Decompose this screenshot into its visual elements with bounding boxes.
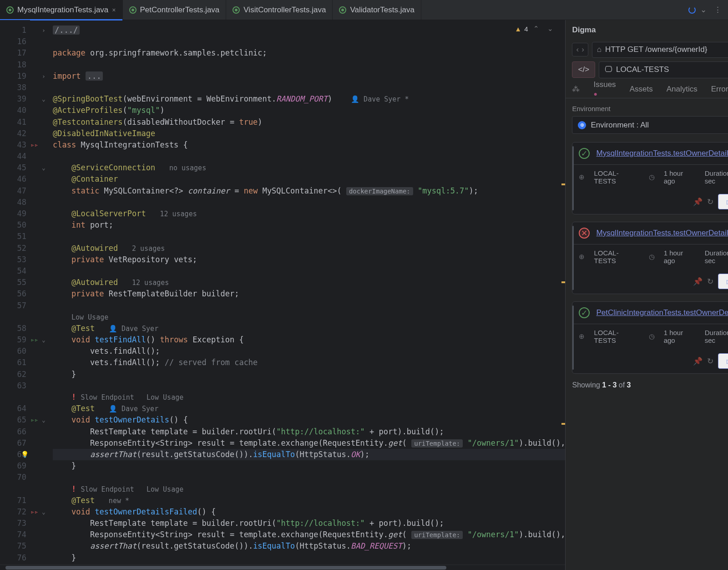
history-icon[interactable]: ↻ bbox=[707, 197, 713, 207]
more-menu-icon[interactable]: ⋮ bbox=[711, 2, 724, 17]
java-test-icon bbox=[233, 6, 240, 14]
globe-icon: ⊕ bbox=[578, 121, 586, 129]
close-icon[interactable]: × bbox=[112, 6, 116, 14]
history-icon[interactable]: ↻ bbox=[707, 277, 713, 286]
environment-select[interactable]: ⊕ Environment : All ⌄ bbox=[572, 116, 728, 134]
test-card: ✕ MysqlIntegrationTests.testOwnerDetails… bbox=[572, 222, 728, 294]
globe-icon: ⊕ bbox=[579, 332, 585, 341]
test-env: LOCAL-TESTS bbox=[594, 329, 639, 344]
tab-label: PetControllerTests.java bbox=[140, 5, 220, 15]
test-duration: Duration 2.86 sec bbox=[705, 169, 728, 185]
nav-controls: ‹ › bbox=[572, 43, 588, 56]
editor-body[interactable]: 1161718193839404142434445464748495051525… bbox=[0, 20, 565, 565]
run-test-failed-icon[interactable]: ▹▹ bbox=[31, 141, 39, 148]
test-time: 1 hour ago bbox=[664, 169, 696, 185]
breadcrumb[interactable]: ⌂ HTTP GET /owners/{ownerId} ◎ bbox=[592, 42, 728, 58]
tab-label: VisitControllerTests.java bbox=[243, 5, 326, 15]
java-test-icon bbox=[6, 6, 14, 14]
code-area[interactable]: /.../package org.springframework.samples… bbox=[48, 20, 565, 565]
horizontal-scrollbar[interactable] bbox=[0, 565, 565, 570]
clock-icon: ◷ bbox=[649, 173, 655, 181]
panel-tab-errors[interactable]: Errors bbox=[711, 85, 728, 94]
fold-gutter: ››⌄⌄⌄⌄⌄ bbox=[39, 20, 48, 565]
scope-dropdown[interactable]: 🖵 LOCAL-TESTS ⌄ bbox=[599, 61, 728, 78]
icon-gutter: ▹▹▹▹▹▹💡▹▹ bbox=[30, 20, 39, 565]
pagination-text: Showing 1 - 3 of 3 bbox=[572, 381, 728, 389]
scope-value: LOCAL-TESTS bbox=[616, 65, 669, 74]
test-card: ✓ MysqlIntegrationTests.testOwnerDetails… bbox=[572, 142, 728, 214]
run-test-icon[interactable]: ▹▹ bbox=[31, 336, 39, 343]
java-test-icon bbox=[339, 6, 346, 14]
environment-value: Environment : All bbox=[591, 121, 649, 130]
cross-icon: ✕ bbox=[579, 228, 590, 239]
history-icon[interactable]: ↻ bbox=[707, 356, 713, 366]
run-test-icon[interactable]: ▹▹ bbox=[31, 416, 39, 423]
check-icon: ✓ bbox=[579, 307, 590, 318]
wand-icon[interactable]: ⁂ bbox=[572, 84, 580, 94]
run-button[interactable]: ▷Run bbox=[718, 274, 728, 289]
globe-icon: ⊕ bbox=[579, 253, 585, 261]
java-test-icon bbox=[129, 6, 136, 14]
test-time: 1 hour ago bbox=[664, 329, 696, 344]
panel-title: Digma bbox=[572, 25, 728, 35]
editor-tab[interactable]: PetControllerTests.java bbox=[123, 0, 227, 20]
editor-tab[interactable]: ValidatorTests.java bbox=[333, 0, 421, 20]
panel-tab-analytics[interactable]: Analytics bbox=[667, 85, 698, 94]
nav-back-icon[interactable]: ‹ bbox=[576, 45, 579, 54]
editor-tab[interactable]: VisitControllerTests.java bbox=[226, 0, 333, 20]
digma-panel: Digma ‹ › ⌂ HTTP GET /owners/{ownerId} ◎… bbox=[566, 20, 728, 570]
editor-pane: ▲ 4 ⌃ ⌄ 11617181938394041424344454647484… bbox=[0, 20, 566, 570]
test-time: 1 hour ago bbox=[664, 249, 696, 265]
tab-label: MysqlIntegrationTests.java bbox=[17, 5, 108, 15]
test-card: ✓ PetClinicIntegrationTests.testOwnerDet… bbox=[572, 301, 728, 374]
tab-label: ValidatorTests.java bbox=[350, 5, 414, 15]
breadcrumb-text: HTTP GET /owners/{ownerId} bbox=[605, 45, 707, 54]
editor-tab-bar: MysqlIntegrationTests.java×PetController… bbox=[0, 0, 728, 20]
check-icon: ✓ bbox=[579, 148, 590, 159]
nav-forward-icon[interactable]: › bbox=[581, 45, 584, 54]
clock-icon: ◷ bbox=[649, 332, 655, 341]
test-duration: Duration 3.18 sec bbox=[705, 329, 728, 344]
run-test-failed-icon[interactable]: ▹▹ bbox=[31, 508, 39, 515]
test-duration: Duration 3.32 sec bbox=[705, 249, 728, 265]
test-env: LOCAL-TESTS bbox=[594, 169, 639, 185]
panel-tab-issues[interactable]: Issues ● bbox=[593, 80, 616, 98]
editor-scrollbar[interactable] bbox=[559, 20, 565, 565]
line-gutter: 1161718193839404142434445464748495051525… bbox=[0, 20, 30, 565]
panel-tabs: ⁂ Issues ●AssetsAnalyticsErrorsTests bbox=[566, 80, 728, 98]
editor-tab[interactable]: MysqlIntegrationTests.java× bbox=[0, 0, 123, 20]
test-env: LOCAL-TESTS bbox=[594, 249, 639, 265]
scope-code-button[interactable]: </> bbox=[572, 61, 595, 78]
environment-label: Environment bbox=[572, 105, 728, 112]
run-button[interactable]: ▷Run bbox=[718, 353, 728, 369]
test-link[interactable]: MysqlIntegrationTests.testOwnerDetailsFa… bbox=[596, 229, 728, 238]
monitor-icon: 🖵 bbox=[605, 65, 612, 74]
globe-icon: ⊕ bbox=[579, 173, 585, 181]
pin-icon[interactable]: 📌 bbox=[693, 197, 703, 207]
chevron-down-icon[interactable]: ⌄ bbox=[698, 2, 709, 17]
test-link[interactable]: PetClinicIntegrationTests.testOwnerDetai… bbox=[596, 308, 728, 317]
intention-bulb-icon[interactable]: 💡 bbox=[21, 449, 29, 460]
home-icon[interactable]: ⌂ bbox=[597, 45, 602, 54]
loading-icon bbox=[688, 6, 696, 14]
pin-icon[interactable]: 📌 bbox=[693, 277, 703, 286]
run-button[interactable]: ▷Run bbox=[718, 194, 728, 209]
panel-tab-assets[interactable]: Assets bbox=[630, 85, 653, 94]
test-link[interactable]: MysqlIntegrationTests.testOwnerDetails bbox=[596, 149, 728, 158]
clock-icon: ◷ bbox=[649, 253, 655, 261]
pin-icon[interactable]: 📌 bbox=[693, 356, 703, 366]
